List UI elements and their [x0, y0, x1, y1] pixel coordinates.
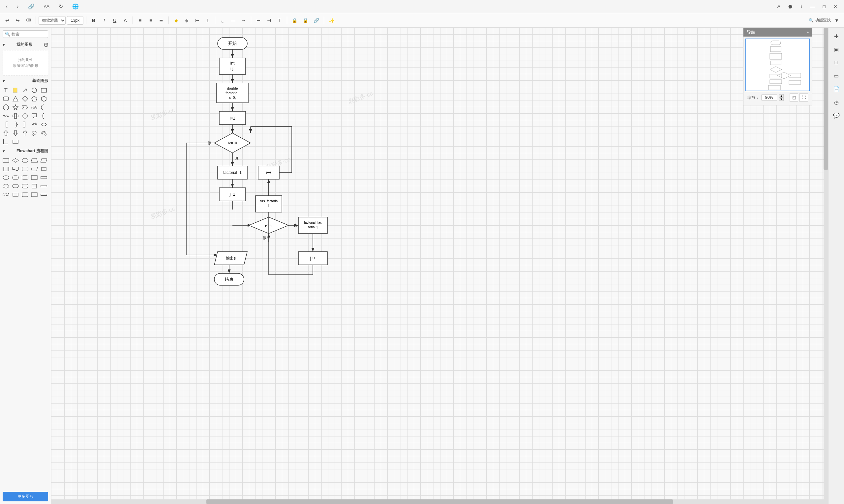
fc-rounded[interactable]	[21, 157, 29, 164]
redo-button[interactable]: ↪	[13, 16, 22, 25]
diamond-shape[interactable]	[21, 95, 29, 103]
fill-color-button[interactable]: ◆	[171, 16, 181, 25]
clear-format-button[interactable]: ⌫	[24, 16, 33, 25]
right-frame-btn[interactable]: ▭	[830, 70, 842, 82]
v-align-btn[interactable]: ⊥	[203, 16, 212, 25]
chain-button[interactable]: 🔗	[26, 2, 37, 11]
fc-parallelogram[interactable]	[40, 157, 48, 164]
canvas-area[interactable]: 易彩多·cc 易彩多·cc 易彩多·cc 易彩多·cc 开始 int i,j;	[51, 28, 828, 504]
speech-bubble-shape[interactable]	[30, 112, 38, 120]
vertical-scrollbar[interactable]	[824, 28, 828, 499]
arrange-right-btn[interactable]: ⊣	[264, 16, 274, 25]
fc-rect5[interactable]	[30, 191, 38, 199]
fc-rect4[interactable]	[12, 191, 19, 199]
spiral-shape[interactable]	[30, 129, 38, 137]
fc-rounded5[interactable]	[21, 191, 29, 199]
chevron-shape[interactable]	[21, 104, 29, 111]
fc-wide3[interactable]	[40, 191, 48, 199]
underline-button[interactable]: U	[110, 16, 119, 25]
my-shapes-add-btn[interactable]: ⨁	[44, 42, 48, 47]
fc-trapezoid2[interactable]	[30, 165, 38, 173]
bracket-shape[interactable]	[2, 121, 10, 128]
minimize-button[interactable]: —	[808, 3, 817, 10]
curved-up-shape[interactable]	[21, 129, 29, 137]
note-shape[interactable]	[12, 86, 19, 94]
expand-toolbar-btn[interactable]: ▼	[832, 16, 841, 25]
hexagon-shape[interactable]	[40, 95, 48, 103]
close-button[interactable]: ✕	[831, 3, 840, 10]
text-shape[interactable]: T	[2, 86, 10, 94]
double-arrow-shape[interactable]	[40, 121, 48, 128]
connector-btn[interactable]: ⌞	[218, 16, 227, 25]
zoom-down-btn[interactable]: ▼	[779, 97, 784, 101]
fc-ellipse[interactable]	[2, 182, 10, 190]
fc-diamond[interactable]	[12, 157, 19, 164]
brace-shape[interactable]	[40, 112, 48, 120]
arrow-shape[interactable]: ↗	[21, 86, 29, 94]
aa-button[interactable]: AA	[42, 3, 51, 10]
octagon-shape[interactable]	[2, 104, 10, 111]
corner-shape[interactable]	[2, 138, 10, 146]
basic-shapes-header[interactable]: ▾ 基础图形	[0, 77, 51, 85]
italic-button[interactable]: I	[100, 16, 109, 25]
arrange-left-btn[interactable]: ⊢	[254, 16, 263, 25]
forward-button[interactable]: ›	[15, 2, 20, 11]
horizontal-scrollbar[interactable]	[51, 499, 828, 504]
fc-trapezoid[interactable]	[30, 157, 38, 164]
bracket2-shape[interactable]	[21, 121, 29, 128]
fc-notched[interactable]	[21, 174, 29, 181]
right-cursor-btn[interactable]: ✚	[830, 30, 842, 42]
flowchart-header[interactable]: ▾ Flowchart 流程图	[0, 147, 51, 155]
undo-button[interactable]: ↩	[3, 16, 12, 25]
arrow-btn[interactable]: →	[239, 16, 248, 25]
wavy-shape[interactable]	[2, 112, 10, 120]
fc-wavy-rect[interactable]	[2, 191, 10, 199]
lock-btn[interactable]: 🔒	[290, 16, 299, 25]
simple-rect[interactable]	[12, 138, 19, 146]
line-color-button[interactable]: ◆	[182, 16, 191, 25]
v-scroll-thumb[interactable]	[824, 28, 828, 170]
up-arrow-shape[interactable]	[2, 129, 10, 137]
pentagon-shape[interactable]	[30, 95, 38, 103]
h-scroll-thumb[interactable]	[206, 499, 673, 504]
cross-shape[interactable]	[12, 112, 19, 120]
fc-rounded4[interactable]	[12, 182, 19, 190]
more-shapes-button[interactable]: 更多图形	[3, 492, 48, 501]
nav-expand-btn[interactable]: »	[806, 30, 809, 35]
fc-wide-rect[interactable]	[40, 174, 48, 181]
fc-small-rect[interactable]	[40, 165, 48, 173]
fit-fullscreen-btn[interactable]: ⛶	[799, 93, 808, 102]
search-input[interactable]	[12, 32, 46, 37]
align-button[interactable]: ≡	[136, 16, 145, 25]
bullet-button[interactable]: ≣	[157, 16, 166, 25]
arrange2-btn[interactable]: ⊤	[275, 16, 284, 25]
globe-button[interactable]: 🌐	[70, 2, 81, 11]
right-crop-btn[interactable]: ▣	[830, 43, 842, 55]
right-resize-btn[interactable]: □	[830, 57, 842, 69]
right-file-btn[interactable]: 📄	[830, 83, 842, 95]
curly-arrow-shape[interactable]	[30, 121, 38, 128]
func-search[interactable]: 🔍 功能查找	[809, 17, 831, 23]
my-shapes-header[interactable]: ▾ 我的图形 ⨁	[0, 40, 51, 49]
fc-rect[interactable]	[2, 157, 10, 164]
star-shape[interactable]	[12, 104, 19, 111]
fc-narrow-rect[interactable]	[30, 182, 38, 190]
rounded-rect-shape[interactable]	[2, 95, 10, 103]
fc-octagon[interactable]	[21, 182, 29, 190]
down-arrow-shape[interactable]	[12, 129, 19, 137]
h-align-btn[interactable]: ⊢	[192, 16, 202, 25]
line-btn[interactable]: —	[228, 16, 238, 25]
cloud-shape[interactable]	[30, 104, 38, 111]
rect-shape[interactable]	[40, 86, 48, 94]
fit-page-btn[interactable]: ◱	[790, 93, 798, 102]
blob-shape[interactable]	[21, 112, 29, 120]
fc-rounded2[interactable]	[21, 165, 29, 173]
3d-button[interactable]: ⬣	[786, 3, 795, 10]
fc-doc[interactable]	[12, 165, 19, 173]
magic-btn[interactable]: ✨	[327, 16, 336, 25]
zoom-input[interactable]	[761, 94, 777, 101]
font-selector[interactable]: 微软雅黑	[38, 16, 66, 25]
circle-shape[interactable]	[30, 86, 38, 94]
ext-button[interactable]: ⌇	[797, 3, 805, 10]
fc-rect2[interactable]	[2, 165, 10, 173]
